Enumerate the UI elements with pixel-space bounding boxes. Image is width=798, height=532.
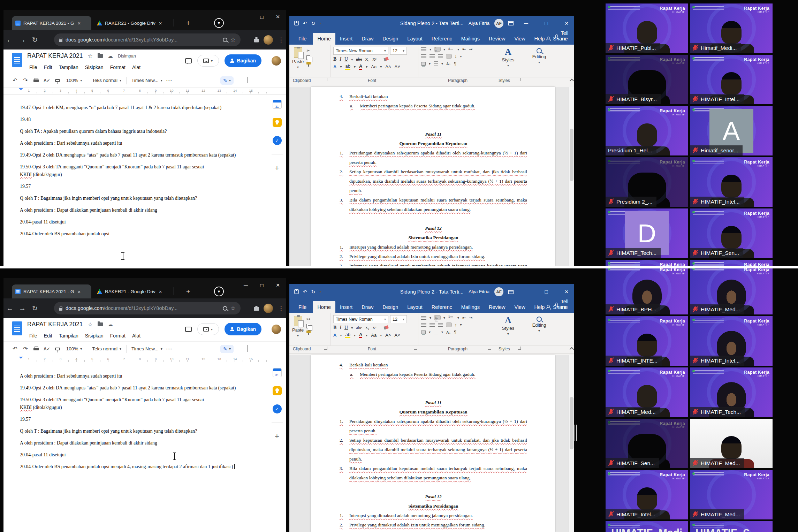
cut-icon[interactable] (306, 317, 311, 322)
styles-group[interactable]: A Styles (492, 313, 524, 345)
show-marks-icon[interactable] (454, 61, 456, 66)
move-folder-icon[interactable] (98, 322, 103, 326)
print-icon[interactable] (33, 347, 39, 351)
sort-icon[interactable] (446, 330, 451, 335)
borders-icon[interactable] (434, 330, 438, 334)
line-spacing-icon[interactable] (455, 54, 457, 59)
reload-icon[interactable] (29, 36, 41, 44)
font-name-select[interactable]: Times New Roman (333, 47, 388, 55)
spellcheck-icon[interactable] (44, 78, 50, 83)
ribbon-tab[interactable]: Mailings (457, 33, 484, 45)
undo-icon[interactable] (303, 21, 307, 26)
participant-tile[interactable]: Rapat Kerja HIMATIF HIMATIF_Med... (690, 470, 773, 519)
editing-group[interactable]: Editing (524, 313, 554, 345)
comment-icon[interactable] (185, 58, 192, 63)
forward-icon[interactable] (16, 36, 29, 44)
add-addon-icon[interactable] (275, 432, 279, 441)
sort-icon[interactable] (446, 61, 451, 66)
participant-tile[interactable]: Rapat Kerja HIMATIF HIMATIF_BPH... (606, 268, 688, 314)
menu-item[interactable]: File (26, 332, 40, 339)
browser-profile-button[interactable] (214, 287, 224, 296)
show-marks-icon[interactable] (454, 329, 456, 335)
participant-tile[interactable]: Rapat Kerja HIMATIF Himatif_Medi... (690, 3, 773, 53)
justify-icon[interactable] (446, 323, 451, 327)
font-select[interactable]: Times New... (128, 78, 166, 83)
menu-item[interactable]: Alat (129, 332, 143, 339)
present-button[interactable] (197, 55, 219, 67)
redo-icon[interactable] (311, 289, 316, 295)
gallery-resize-handle[interactable] (574, 425, 578, 441)
grow-font-button[interactable]: A˄ (385, 333, 391, 338)
save-icon[interactable] (294, 21, 299, 25)
editing-group[interactable]: Editing (524, 45, 554, 77)
paragraph-style-select[interactable]: Teks normal (89, 346, 125, 351)
account-name[interactable]: Alya Fitria (469, 21, 489, 26)
participant-tile[interactable]: Rapat Kerja HIMATIF HIMATIF_Med... (606, 367, 688, 417)
docs-app-icon[interactable] (12, 53, 22, 67)
redo-icon[interactable] (20, 77, 31, 84)
tab-raker21[interactable]: RAKER21 - Google Driv (93, 16, 172, 30)
multilevel-list-icon[interactable]: 1—a— (448, 316, 454, 320)
ribbon-display-icon[interactable] (508, 290, 514, 294)
participant-tile[interactable]: Rapat Kerja HIMATIF HIMATIF_Intel... (606, 470, 688, 519)
tasks-icon[interactable] (273, 404, 282, 413)
new-tab-button[interactable] (183, 287, 193, 296)
browser-menu-icon[interactable] (278, 305, 284, 312)
italic-button[interactable]: I (340, 325, 341, 330)
bullets-icon[interactable] (421, 316, 426, 320)
participant-tile[interactable]: Rapat Kerja HIMATIF (690, 260, 773, 266)
undo-icon[interactable] (303, 289, 307, 295)
numbering-icon[interactable]: 1—2— (434, 316, 440, 320)
tab-rapat-kerja[interactable]: RAPAT KERJA 2021 - G (12, 284, 91, 298)
customize-qat-icon[interactable] (319, 21, 321, 25)
zoom-icon[interactable] (223, 306, 227, 311)
share-button[interactable]: Share (544, 301, 569, 313)
font-name-select[interactable]: Times New Roman (333, 315, 388, 323)
account-name[interactable]: Alya Fitria (469, 289, 489, 294)
shading-icon[interactable] (421, 62, 426, 66)
participant-tile[interactable]: Rapat Kerja HIMATIF HIMATIF_Intel... (690, 157, 773, 207)
align-left-icon[interactable] (421, 54, 426, 58)
highlight-button[interactable]: ab (345, 332, 350, 338)
browser-avatar[interactable] (264, 304, 273, 313)
ribbon-tab[interactable]: Layout (403, 301, 427, 313)
ribbon-tab[interactable]: Design (378, 33, 403, 45)
menu-item[interactable]: Tampilan (56, 332, 81, 339)
ribbon-display-icon[interactable] (508, 21, 514, 25)
menu-item[interactable]: Format (107, 332, 128, 339)
tab-close-icon[interactable] (159, 289, 162, 295)
align-center-icon[interactable] (430, 54, 435, 58)
styles-group[interactable]: A Styles (492, 45, 524, 77)
grow-font-button[interactable]: A˄ (385, 64, 391, 69)
redo-icon[interactable] (20, 345, 31, 352)
minimize-button[interactable] (238, 278, 254, 292)
menu-item[interactable]: Alat (129, 64, 143, 71)
font-select[interactable]: Times New... (128, 346, 166, 351)
participant-tile[interactable]: Rapat Kerja HIMATIF HIMATIF_Sen... (606, 419, 688, 468)
editing-mode-button[interactable] (220, 76, 234, 85)
docs-avatar[interactable] (272, 325, 281, 334)
ribbon-tab[interactable]: Mailings (457, 301, 484, 313)
browser-profile-button[interactable] (214, 18, 224, 28)
minimize-button[interactable] (518, 284, 534, 299)
align-right-icon[interactable] (438, 323, 443, 327)
tab-rapat-kerja[interactable]: RAPAT KERJA 2021 - G (12, 16, 91, 30)
menu-item[interactable]: Format (107, 64, 128, 71)
undo-icon[interactable] (10, 345, 20, 352)
italic-button[interactable]: I (340, 56, 341, 62)
font-color-button[interactable]: A (359, 63, 362, 70)
ribbon-tab[interactable]: View (510, 301, 530, 313)
change-case-button[interactable]: Aa (371, 64, 377, 69)
scrollbar-thumb[interactable] (570, 397, 573, 449)
word-page[interactable]: 4. Berkali-kali ketukan a. Memberi perin… (311, 87, 555, 266)
increase-indent-icon[interactable] (469, 47, 472, 52)
editing-mode-button[interactable] (220, 345, 234, 353)
shrink-font-button[interactable]: A˅ (395, 333, 400, 338)
participant-tile[interactable]: Rapat Kerja HIMATIF HIMATIF_Intel... (690, 55, 773, 104)
numbering-icon[interactable]: 1—2— (434, 47, 440, 51)
spellcheck-icon[interactable] (44, 347, 50, 351)
doc-title[interactable]: RAPAT KERJA 2021 (27, 321, 83, 328)
paragraph-style-select[interactable]: Teks normal (89, 78, 125, 83)
account-avatar[interactable]: AF (494, 19, 503, 28)
align-left-icon[interactable] (421, 323, 426, 327)
